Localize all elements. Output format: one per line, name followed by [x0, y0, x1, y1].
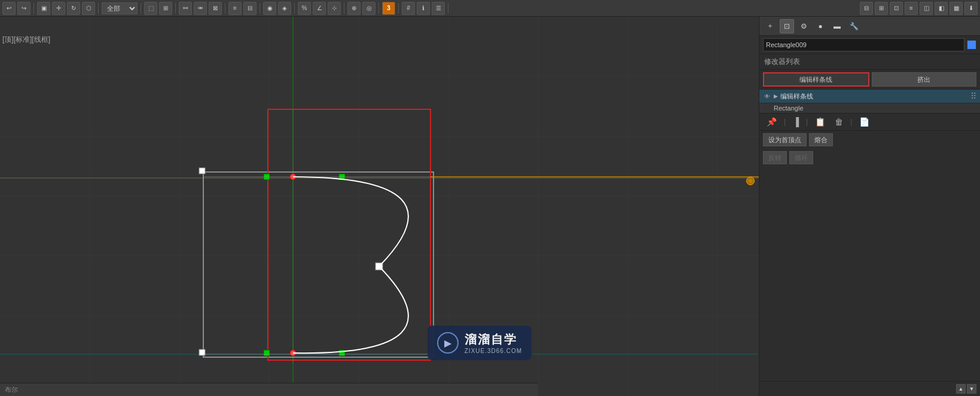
svg-rect-23: [264, 350, 270, 356]
color-swatch[interactable]: [967, 40, 976, 50]
reverse-btn[interactable]: 反转: [763, 151, 787, 164]
delete-modifier-btn[interactable]: 🗑: [832, 116, 845, 128]
view-layout-btn[interactable]: ⊟: [860, 2, 873, 15]
sep1: [33, 3, 34, 14]
svg-rect-18: [199, 168, 205, 174]
modifier-sub-item-rectangle: Rectangle: [759, 103, 980, 113]
scale-btn[interactable]: ⬡: [82, 2, 95, 15]
name-row: [759, 36, 980, 54]
stack-tools-row: 📌 | ▐ | 📋 🗑 | 📄: [759, 113, 980, 131]
select-region-btn[interactable]: ⬚: [144, 2, 157, 15]
right-panel: ＋ ⊡ ⚙ ● ▬ 🔧 修改器列表 编辑样条线 挤出 👁 ▶ 编辑样条线 ⠿: [759, 17, 980, 396]
modify-panel-btn[interactable]: ⊡: [780, 19, 794, 33]
move-btn[interactable]: ✛: [52, 2, 65, 15]
viewport-cfg-btn[interactable]: ⊡: [890, 2, 903, 15]
modifier-expand-arrow[interactable]: ▶: [774, 93, 778, 99]
action-row-1: 设为首顶点 熔合: [759, 131, 980, 149]
link-btn[interactable]: ⚯: [179, 2, 192, 15]
scene-explorer-btn[interactable]: ≡: [905, 2, 918, 15]
modifier-visibility-eye[interactable]: 👁: [763, 92, 771, 100]
loop-btn[interactable]: 循环: [789, 151, 813, 164]
display-panel-btn[interactable]: ▬: [830, 19, 844, 33]
modifier-options-dots[interactable]: ⠿: [970, 91, 976, 101]
configure-modifier-btn[interactable]: ▐: [790, 116, 801, 128]
viewport[interactable]: [顶][标准][线框]: [0, 17, 759, 396]
svg-rect-17: [203, 172, 433, 357]
create-panel-btn[interactable]: ＋: [763, 19, 777, 33]
panel-scroll-down[interactable]: ▼: [967, 384, 976, 394]
sep6: [259, 3, 260, 14]
motion-panel-btn[interactable]: ●: [813, 19, 828, 33]
sep8: [344, 3, 344, 14]
level-3-btn[interactable]: 3: [382, 2, 395, 15]
geometry-canvas: [0, 17, 759, 396]
panel-bottom-row: ▲ ▼: [759, 381, 980, 396]
sep5: [225, 3, 225, 14]
undo-btn[interactable]: ↩: [2, 2, 16, 15]
hierarchy-panel-btn[interactable]: ⚙: [796, 19, 811, 33]
stack-sep1: |: [784, 118, 786, 126]
redo-btn[interactable]: ↪: [17, 2, 30, 15]
select-btn[interactable]: ▣: [37, 2, 50, 15]
modifier-list-label: 修改器列表: [759, 54, 980, 70]
render-frame-btn[interactable]: ▦: [950, 2, 963, 15]
watermark-text: 溜溜自学 ZIXUE.3D66.COM: [465, 331, 522, 354]
watermark-title: 溜溜自学: [465, 331, 522, 348]
pivot-btn[interactable]: ◎: [362, 2, 375, 15]
stack-sep2: |: [806, 118, 808, 126]
snap-btn[interactable]: %: [298, 2, 311, 15]
rotate-btn[interactable]: ↻: [67, 2, 80, 15]
modifier-item-edit-spline[interactable]: 👁 ▶ 编辑样条线 ⠿: [759, 90, 980, 103]
select-filter-btn[interactable]: ⊞: [159, 2, 172, 15]
material-editor-btn[interactable]: ◫: [920, 2, 933, 15]
set-first-vertex-btn[interactable]: 设为首顶点: [763, 133, 807, 146]
sep4: [175, 3, 176, 14]
sep10: [398, 3, 399, 14]
modifier-name-label: 编辑样条线: [780, 92, 968, 101]
status-bar: 布尔: [0, 383, 538, 396]
extrude-btn[interactable]: 挤出: [872, 72, 977, 87]
mirror-btn[interactable]: ⊟: [243, 2, 257, 15]
object-name-input[interactable]: [763, 38, 964, 51]
panel-scroll-up[interactable]: ▲: [956, 384, 966, 394]
sep11: [448, 3, 448, 14]
view-label: [顶][标准][线框]: [2, 35, 50, 45]
make-unique-btn[interactable]: 📄: [857, 116, 872, 128]
safe-frame-btn[interactable]: ⊞: [875, 2, 888, 15]
watermark-play-icon: ▶: [444, 337, 451, 349]
sep9: [378, 3, 379, 14]
unlink-btn[interactable]: ⚮: [194, 2, 207, 15]
panel-spacer: [759, 167, 980, 381]
info-btn[interactable]: ℹ: [417, 2, 430, 15]
bind-btn[interactable]: ⊠: [209, 2, 222, 15]
sep3: [141, 3, 141, 14]
watermark: ▶ 溜溜自学 ZIXUE.3D66.COM: [428, 326, 532, 360]
percent-btn[interactable]: ⊹: [328, 2, 341, 15]
copy-paste-btn[interactable]: 📋: [813, 116, 828, 128]
sep7: [294, 3, 295, 14]
stats-btn[interactable]: #: [402, 2, 415, 15]
action-row-2: 反转 循环: [759, 149, 980, 167]
cursor-indicator: [746, 177, 755, 185]
svg-rect-19: [199, 349, 205, 355]
display-btn[interactable]: ☰: [432, 2, 445, 15]
coord-btn[interactable]: ⊕: [347, 2, 361, 15]
utilities-panel-btn[interactable]: 🔧: [847, 19, 861, 33]
edit-spline-btn[interactable]: 编辑样条线: [763, 72, 869, 87]
watermark-subtitle: ZIXUE.3D66.COM: [465, 348, 522, 354]
environment-btn[interactable]: ◧: [935, 2, 948, 15]
render-setup-btn[interactable]: ◈: [278, 2, 291, 15]
angle-btn[interactable]: ∠: [313, 2, 326, 15]
download-btn[interactable]: ⬇: [964, 2, 978, 15]
panel-toolbar: ＋ ⊡ ⚙ ● ▬ 🔧: [759, 17, 980, 36]
status-text: 布尔: [5, 385, 18, 394]
view-mode-select[interactable]: 全部: [102, 2, 138, 14]
render-btn[interactable]: ◉: [263, 2, 276, 15]
modifier-buttons-row: 编辑样条线 挤出: [759, 70, 980, 90]
pin-stack-btn[interactable]: 📌: [764, 116, 779, 128]
svg-rect-20: [268, 109, 431, 360]
sep2: [98, 3, 99, 14]
hierarchy-btn[interactable]: ≡: [228, 2, 242, 15]
stack-sep3: |: [850, 118, 852, 126]
fuse-btn[interactable]: 熔合: [809, 133, 833, 146]
